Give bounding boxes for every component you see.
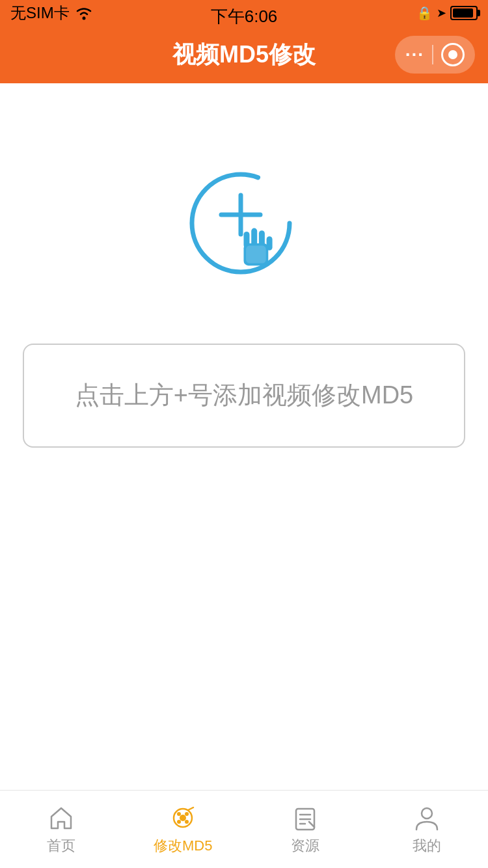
svg-line-16: [188, 807, 193, 810]
navbar-divider: [432, 45, 433, 64]
add-video-button[interactable]: [179, 161, 309, 292]
tab-resources-label: 资源: [291, 836, 319, 856]
svg-point-0: [82, 17, 85, 20]
location-icon: ➤: [437, 6, 446, 20]
svg-point-14: [185, 820, 189, 824]
svg-point-15: [177, 820, 181, 824]
home-icon: [47, 804, 75, 832]
tab-home[interactable]: 首页: [0, 804, 122, 856]
status-bar: 无SIM卡 下午6:06 🔒 ➤: [0, 0, 488, 26]
tab-home-label: 首页: [47, 836, 75, 856]
tab-resources[interactable]: 资源: [244, 804, 366, 856]
status-time: 下午6:06: [211, 5, 278, 28]
svg-point-21: [422, 808, 432, 819]
svg-point-13: [185, 812, 189, 816]
modify-md5-icon: [169, 804, 197, 832]
navbar-title: 视频MD5修改: [172, 39, 316, 71]
navbar: 视频MD5修改 ···: [0, 26, 488, 83]
lock-icon: 🔒: [416, 5, 433, 21]
tab-modify-md5[interactable]: 修改MD5: [122, 804, 245, 856]
main-content: 点击上方+号添加视频修改MD5: [0, 83, 488, 790]
instruction-text: 点击上方+号添加视频修改MD5: [75, 378, 413, 413]
navbar-actions[interactable]: ···: [395, 36, 475, 74]
svg-point-12: [177, 812, 181, 816]
tab-mine-label: 我的: [413, 836, 441, 856]
svg-rect-6: [251, 228, 257, 247]
svg-rect-9: [246, 246, 266, 264]
battery-fill: [453, 8, 473, 18]
battery-icon: [450, 6, 478, 20]
user-icon: [413, 804, 441, 832]
instruction-box: 点击上方+号添加视频修改MD5: [23, 344, 465, 448]
wifi-icon: [75, 6, 93, 20]
status-left: 无SIM卡: [10, 3, 93, 23]
svg-rect-8: [267, 236, 273, 251]
svg-rect-5: [244, 232, 250, 248]
record-button[interactable]: [441, 43, 465, 66]
tab-modify-md5-label: 修改MD5: [154, 836, 212, 856]
more-button[interactable]: ···: [405, 44, 424, 65]
tab-bar: 首页 修改MD5 资源 我的: [0, 790, 488, 868]
sim-text: 无SIM卡: [10, 3, 70, 23]
svg-point-11: [180, 815, 186, 821]
tab-mine[interactable]: 我的: [366, 804, 489, 856]
resources-icon: [291, 804, 319, 832]
svg-rect-7: [259, 230, 265, 248]
status-right: 🔒 ➤: [416, 5, 478, 21]
record-dot-icon: [448, 50, 457, 59]
